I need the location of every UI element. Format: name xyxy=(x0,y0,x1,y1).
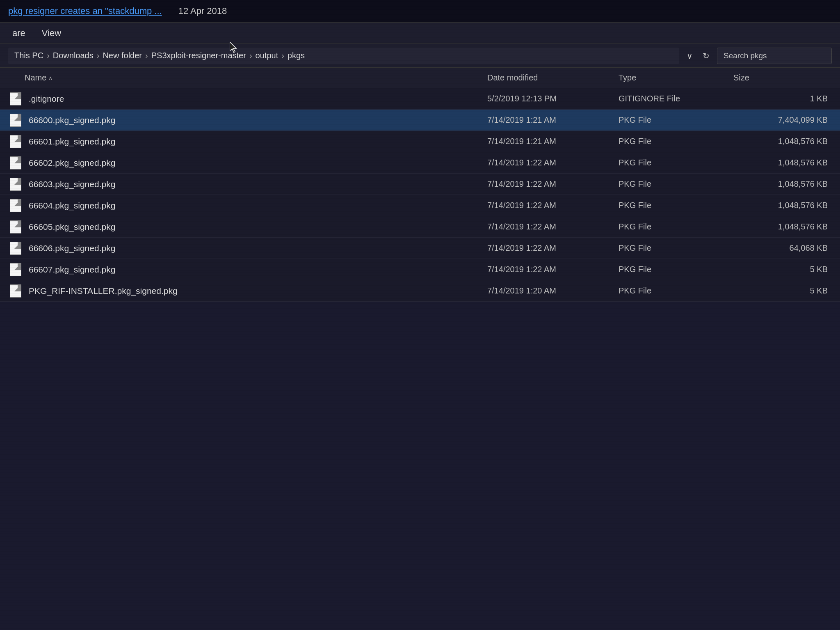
file-size: 1,048,576 KB xyxy=(733,137,836,146)
file-icon xyxy=(4,156,25,170)
file-name: PKG_RIF-INSTALLER.pkg_signed.pkg xyxy=(25,286,487,296)
breadcrumb[interactable]: This PC › Downloads › New folder › PS3xp… xyxy=(8,48,679,64)
file-icon xyxy=(4,284,25,298)
file-date: 7/14/2019 1:21 AM xyxy=(487,115,619,125)
file-date: 7/14/2019 1:22 AM xyxy=(487,243,619,253)
search-placeholder: Search pkgs xyxy=(724,51,767,60)
file-name: 66603.pkg_signed.pkg xyxy=(25,179,487,189)
file-date: 7/14/2019 1:20 AM xyxy=(487,286,619,296)
search-box[interactable]: Search pkgs xyxy=(717,48,832,64)
file-date: 5/2/2019 12:13 PM xyxy=(487,94,619,103)
breadcrumb-output[interactable]: output xyxy=(256,51,278,60)
breadcrumb-downloads[interactable]: Downloads xyxy=(53,51,94,60)
file-name: 66600.pkg_signed.pkg xyxy=(25,115,487,125)
file-name: 66601.pkg_signed.pkg xyxy=(25,137,487,147)
file-name: .gitignore xyxy=(25,94,487,104)
file-size: 1,048,576 KB xyxy=(733,179,836,189)
col-header-size[interactable]: Size xyxy=(733,73,836,82)
file-type: PKG File xyxy=(619,201,733,210)
file-icon xyxy=(4,220,25,234)
file-type: PKG File xyxy=(619,137,733,146)
refresh-button[interactable]: ↻ xyxy=(699,49,713,62)
address-bar: This PC › Downloads › New folder › PS3xp… xyxy=(0,44,840,68)
file-date: 7/14/2019 1:22 AM xyxy=(487,201,619,210)
col-header-name[interactable]: Name ∧ xyxy=(25,73,487,82)
col-header-type[interactable]: Type xyxy=(619,73,733,82)
file-size: 64,068 KB xyxy=(733,243,836,253)
table-row[interactable]: 66605.pkg_signed.pkg 7/14/2019 1:22 AM P… xyxy=(0,216,840,238)
file-type: PKG File xyxy=(619,179,733,189)
file-date: 7/14/2019 1:22 AM xyxy=(487,265,619,274)
address-controls: ∨ ↻ xyxy=(683,49,713,62)
file-icon xyxy=(4,178,25,191)
notification-date: 12 Apr 2018 xyxy=(178,6,227,16)
file-size: 1,048,576 KB xyxy=(733,222,836,231)
file-name: 66606.pkg_signed.pkg xyxy=(25,243,487,253)
file-icon xyxy=(4,263,25,276)
file-type: PKG File xyxy=(619,286,733,296)
file-type: PKG File xyxy=(619,158,733,167)
file-size: 5 KB xyxy=(733,286,836,296)
dropdown-button[interactable]: ∨ xyxy=(683,49,696,62)
table-row[interactable]: 66601.pkg_signed.pkg 7/14/2019 1:21 AM P… xyxy=(0,131,840,152)
file-type: GITIGNORE File xyxy=(619,94,733,103)
file-size: 5 KB xyxy=(733,265,836,274)
breadcrumb-pkgs[interactable]: pkgs xyxy=(288,51,305,60)
table-row[interactable]: 66606.pkg_signed.pkg 7/14/2019 1:22 AM P… xyxy=(0,238,840,259)
file-name: 66604.pkg_signed.pkg xyxy=(25,201,487,211)
file-icon xyxy=(4,114,25,127)
breadcrumb-thispc[interactable]: This PC xyxy=(14,51,43,60)
file-size: 1,048,576 KB xyxy=(733,201,836,210)
file-name: 66605.pkg_signed.pkg xyxy=(25,222,487,232)
table-row[interactable]: .gitignore 5/2/2019 12:13 PM GITIGNORE F… xyxy=(0,88,840,110)
file-type: PKG File xyxy=(619,243,733,253)
file-icon xyxy=(4,135,25,148)
table-row[interactable]: 66604.pkg_signed.pkg 7/14/2019 1:22 AM P… xyxy=(0,195,840,216)
table-row[interactable]: PKG_RIF-INSTALLER.pkg_signed.pkg 7/14/20… xyxy=(0,280,840,302)
file-icon xyxy=(4,242,25,255)
file-explorer: Name ∧ Date modified Type Size .gitignor… xyxy=(0,68,840,302)
notification-text[interactable]: pkg resigner creates an "stackdump ... xyxy=(8,6,162,16)
file-type: PKG File xyxy=(619,265,733,274)
file-size: 1,048,576 KB xyxy=(733,158,836,167)
file-name: 66607.pkg_signed.pkg xyxy=(25,265,487,275)
file-date: 7/14/2019 1:22 AM xyxy=(487,158,619,167)
file-icon xyxy=(4,92,25,105)
table-row[interactable]: 66603.pkg_signed.pkg 7/14/2019 1:22 AM P… xyxy=(0,174,840,195)
menu-item-are[interactable]: are xyxy=(12,28,25,39)
menu-item-view[interactable]: View xyxy=(42,28,61,39)
breadcrumb-newfolder[interactable]: New folder xyxy=(103,51,142,60)
file-date: 7/14/2019 1:21 AM xyxy=(487,137,619,146)
file-size: 7,404,099 KB xyxy=(733,115,836,125)
menu-bar: are View xyxy=(0,23,840,44)
column-headers: Name ∧ Date modified Type Size xyxy=(0,68,840,88)
notification-bar: pkg resigner creates an "stackdump ... 1… xyxy=(0,0,840,23)
file-icon xyxy=(4,199,25,212)
file-list: .gitignore 5/2/2019 12:13 PM GITIGNORE F… xyxy=(0,88,840,302)
table-row[interactable]: 66602.pkg_signed.pkg 7/14/2019 1:22 AM P… xyxy=(0,152,840,174)
file-type: PKG File xyxy=(619,115,733,125)
table-row[interactable]: 66607.pkg_signed.pkg 7/14/2019 1:22 AM P… xyxy=(0,259,840,280)
file-date: 7/14/2019 1:22 AM xyxy=(487,222,619,231)
file-size: 1 KB xyxy=(733,94,836,103)
table-row[interactable]: 66600.pkg_signed.pkg 7/14/2019 1:21 AM P… xyxy=(0,110,840,131)
file-date: 7/14/2019 1:22 AM xyxy=(487,179,619,189)
file-type: PKG File xyxy=(619,222,733,231)
col-header-date[interactable]: Date modified xyxy=(487,73,619,82)
breadcrumb-resigner[interactable]: PS3xploit-resigner-master xyxy=(151,51,246,60)
file-name: 66602.pkg_signed.pkg xyxy=(25,158,487,168)
sort-arrow-icon: ∧ xyxy=(48,75,52,81)
